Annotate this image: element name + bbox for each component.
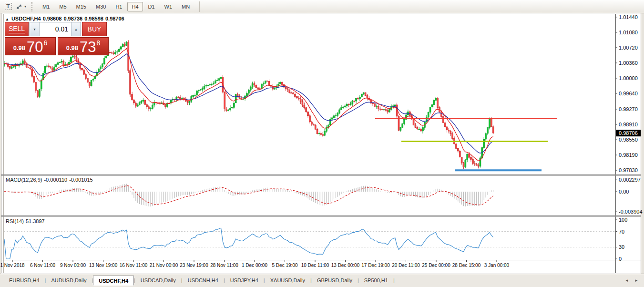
pane-splitter[interactable]: [4, 174, 616, 176]
macd-name: MACD(12,26,9): [6, 177, 42, 183]
open-value: 0.98608: [43, 16, 62, 21]
sell-price-big: 70: [27, 41, 43, 53]
sell-price-prefix: 0.98: [13, 44, 25, 51]
high-value: 0.98736: [63, 16, 82, 21]
tabs-scroll-left-icon[interactable]: ◄: [625, 278, 629, 283]
one-click-trading-panel: SELL ▼ ▲ BUY 0.98 70 6 0.98 73 8: [5, 22, 109, 55]
timeframe-w1[interactable]: W1: [160, 2, 177, 11]
timeframe-mn[interactable]: MN: [177, 2, 194, 11]
trade-panel-toggle-icon[interactable]: ▲: [5, 17, 9, 21]
arrows-tool-button[interactable]: ▾: [15, 1, 27, 12]
volume-input[interactable]: [40, 22, 71, 36]
macd-signal-value: -0.001015: [69, 177, 93, 183]
symbol-name: USDCHF,H4: [11, 16, 41, 21]
buy-price-prefix: 0.98: [66, 44, 78, 51]
buy-label: BUY: [88, 25, 102, 33]
chart-tab-usdcad-daily[interactable]: USDCAD,Daily: [135, 276, 181, 286]
chart-window: 1.014401.010801.007201.003601.000000.996…: [0, 13, 644, 274]
buy-price-display[interactable]: 0.98 73 8: [58, 37, 109, 55]
spinner-up-icon: ▲: [74, 28, 78, 31]
chart-tab-gbpusd-daily[interactable]: GBPUSD,Daily: [312, 276, 358, 286]
timeframe-h1[interactable]: H1: [111, 2, 126, 11]
volume-increase-button[interactable]: ▲: [71, 22, 81, 36]
timeframe-m30[interactable]: M30: [92, 2, 110, 11]
toolbar-separator: [31, 2, 33, 11]
price-axis[interactable]: [616, 13, 641, 274]
timeframes-toolbar: M1M5M15M30H1H4D1W1MN: [38, 2, 194, 11]
sell-button[interactable]: SELL: [5, 22, 29, 36]
text-tool-button[interactable]: T: [2, 1, 14, 12]
pane-splitter[interactable]: [4, 215, 616, 217]
low-value: 0.98598: [84, 16, 103, 21]
text-label-icon: T: [5, 3, 12, 10]
sell-price-sup: 6: [44, 39, 48, 47]
rsi-name: RSI(14): [6, 218, 24, 224]
buy-price-sup: 8: [97, 39, 101, 47]
chart-tab-eurusd-h4[interactable]: EURUSD,H4: [4, 276, 45, 286]
volume-group: ▼ ▲: [30, 22, 81, 36]
timeframe-m15[interactable]: M15: [72, 2, 91, 11]
close-value: 0.98706: [105, 16, 124, 21]
sell-label: SELL: [9, 25, 25, 33]
volume-decrease-button[interactable]: ▼: [30, 22, 40, 36]
chart-tabs-bar: EURUSD,H4|AUDUSD,Daily|USDCHF,H4|USDCAD,…: [0, 274, 644, 287]
chart-tab-sp500-h1[interactable]: SP500,H1: [359, 276, 393, 286]
chart-title: ▲USDCHF,H40.986080.987360.985980.98706: [5, 16, 126, 21]
arrows-icon: [16, 3, 23, 10]
macd-main-value: -0.000110: [44, 177, 67, 183]
time-axis[interactable]: [4, 260, 616, 274]
dropdown-caret-icon: ▾: [24, 4, 26, 9]
toolbar: T ▾ M1M5M15M30H1H4D1W1MN: [0, 0, 644, 13]
spinner-down-icon: ▼: [33, 28, 36, 31]
toolbar-separator: [199, 1, 200, 12]
rsi-label: RSI(14)51.3897: [6, 218, 47, 224]
tabs-scroll-right-icon[interactable]: ►: [634, 278, 638, 283]
sell-price-display[interactable]: 0.98 70 6: [5, 37, 56, 55]
buy-button[interactable]: BUY: [82, 22, 107, 36]
chart-tab-usdjpy-h4[interactable]: USDJPY,H4: [225, 276, 264, 286]
chart-tab-usdchf-h4[interactable]: USDCHF,H4: [93, 276, 134, 286]
chart-tabs: EURUSD,H4|AUDUSD,Daily|USDCHF,H4|USDCAD,…: [0, 276, 644, 286]
macd-label: MACD(12,26,9)-0.000110-0.001015: [6, 177, 95, 183]
timeframe-d1[interactable]: D1: [144, 2, 159, 11]
timeframe-m5[interactable]: M5: [55, 2, 71, 11]
timeframe-h4[interactable]: H4: [127, 2, 143, 11]
timeframe-m1[interactable]: M1: [38, 2, 54, 11]
terminal-window: T ▾ M1M5M15M30H1H4D1W1MN 1.014401.010801…: [0, 0, 644, 287]
tab-separator: |: [393, 276, 395, 286]
chart-tab-usdcnh-h4[interactable]: USDCNH,H4: [183, 276, 224, 286]
chart-tab-xauusd-daily[interactable]: XAUUSD,Daily: [265, 276, 310, 286]
chart-tab-audusd-daily[interactable]: AUDUSD,Daily: [46, 276, 92, 286]
buy-price-big: 73: [80, 41, 96, 53]
rsi-value: 51.3897: [26, 218, 45, 224]
